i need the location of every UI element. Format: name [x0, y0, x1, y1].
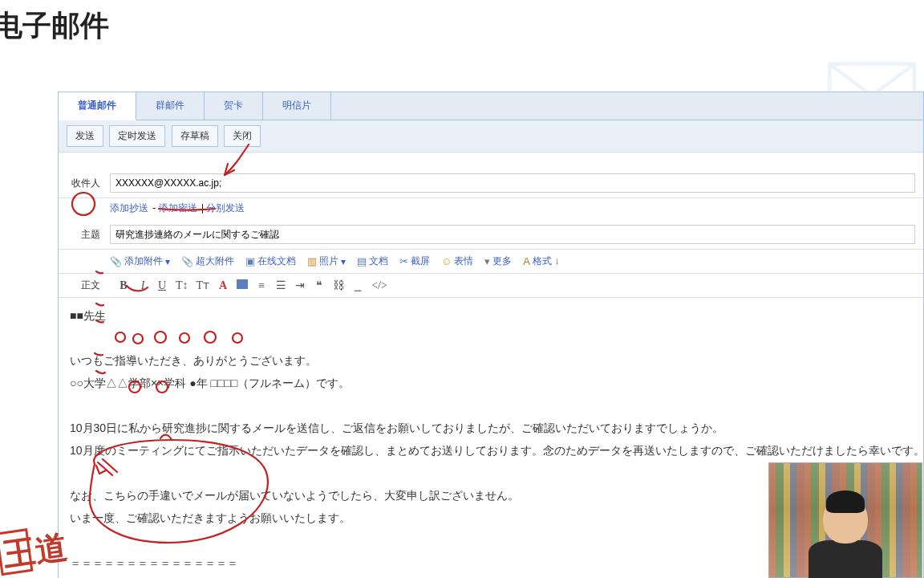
body-label: 正文 [67, 279, 100, 292]
attachment-bar: 📎添加附件 ▾ 📎超大附件 ▣在线文档 ▥照片 ▾ ▤文档 ✂截屏 ☺表情 ▾更… [59, 250, 923, 274]
page-title: 电子邮件 [0, 0, 924, 52]
body-line: 10月30日に私から研究進捗に関するメールを送信し、ご返信をお願いしておりました… [70, 418, 912, 438]
chevron-down-icon: ▾ [341, 256, 346, 267]
list-button[interactable]: ☰ [275, 279, 286, 292]
watermark-stamp: 王道 [1, 525, 71, 578]
photo-icon: ▥ [307, 255, 317, 267]
body-line [70, 396, 912, 415]
font-color-button[interactable]: A [217, 279, 229, 292]
highlight-button[interactable] [237, 279, 248, 292]
paperclip-icon: 📎 [181, 256, 193, 267]
body-line [70, 328, 912, 348]
tab-group-mail[interactable]: 群邮件 [136, 92, 205, 120]
large-attachment-link[interactable]: 📎超大附件 [181, 254, 234, 268]
recipient-input[interactable] [110, 173, 915, 193]
indent-button[interactable]: ⇥ [294, 279, 306, 292]
italic-button[interactable]: I [137, 279, 148, 292]
source-button[interactable]: </> [371, 279, 387, 292]
save-draft-button[interactable]: 存草稿 [172, 125, 218, 147]
subject-row: 主题 [59, 220, 923, 250]
subject-input[interactable] [110, 225, 915, 244]
tab-postcard[interactable]: 明信片 [263, 92, 331, 120]
close-button[interactable]: 关闭 [224, 125, 261, 147]
cc-links-row: 添加抄送 - 添加密送 | 分别发送 [59, 198, 923, 220]
webcam-overlay [768, 462, 922, 578]
send-button[interactable]: 发送 [67, 125, 103, 147]
add-cc-link[interactable]: 添加抄送 [110, 202, 148, 214]
bold-button[interactable]: B [118, 279, 129, 292]
smiley-icon: ☺ [441, 255, 452, 267]
body-line: 10月度のミーティングにてご指示いただいたデータを確認し、まとめてお送りしており… [70, 441, 912, 460]
paperclip-icon: 📎 [110, 256, 122, 267]
underline-button[interactable]: U [156, 279, 168, 292]
subject-label: 主题 [67, 228, 100, 242]
more-link[interactable]: ▾更多 [484, 254, 512, 268]
tab-normal-mail[interactable]: 普通邮件 [59, 92, 136, 120]
more-icon: ▾ [484, 255, 490, 267]
format-icon: A [523, 255, 530, 267]
chevron-down-icon: ▾ [165, 256, 170, 267]
schedule-send-button[interactable]: 定时发送 [109, 125, 165, 147]
editor-toolbar: 正文 B I U T↕ Tᴛ A ≡ ☰ ⇥ ❝ ⛓ ⎯ </> [59, 274, 923, 298]
recipient-label: 收件人 [67, 177, 100, 190]
screenshot-link[interactable]: ✂截屏 [399, 254, 430, 268]
hr-button[interactable]: ⎯ [352, 279, 363, 292]
quote-button[interactable]: ❝ [314, 279, 325, 292]
font-family-button[interactable]: Tᴛ [197, 279, 210, 292]
online-doc-link[interactable]: ▣在线文档 [245, 254, 296, 268]
align-button[interactable]: ≡ [256, 279, 267, 292]
photo-link[interactable]: ▥照片 ▾ [307, 254, 346, 268]
recipient-row: 收件人 [59, 169, 923, 198]
tab-bar: 普通邮件 群邮件 贺卡 明信片 [59, 92, 923, 120]
cloud-doc-icon: ▣ [245, 255, 255, 267]
split-send-link[interactable]: 分别发送 [206, 202, 245, 214]
document-icon: ▤ [357, 255, 367, 267]
add-bcc-link[interactable]: 添加密送 [159, 202, 197, 214]
tab-greeting-card[interactable]: 贺卡 [205, 92, 263, 120]
link-button[interactable]: ⛓ [333, 279, 344, 292]
document-link[interactable]: ▤文档 [357, 254, 388, 268]
add-attachment-link[interactable]: 📎添加附件 ▾ [110, 254, 170, 268]
body-line: ■■先生 [70, 306, 912, 325]
emoji-link[interactable]: ☺表情 [441, 254, 473, 268]
body-line: いつもご指導いただき、ありがとうございます。 [70, 351, 912, 370]
body-line: ○○大学△△学部××学科 ●年 □□□□（フルネーム）です。 [70, 373, 912, 393]
font-size-button[interactable]: T↕ [176, 279, 188, 292]
action-bar: 发送 定时发送 存草稿 关闭 [59, 120, 923, 153]
screenshot-icon: ✂ [399, 255, 408, 267]
format-link[interactable]: A格式 ↓ [523, 254, 559, 268]
